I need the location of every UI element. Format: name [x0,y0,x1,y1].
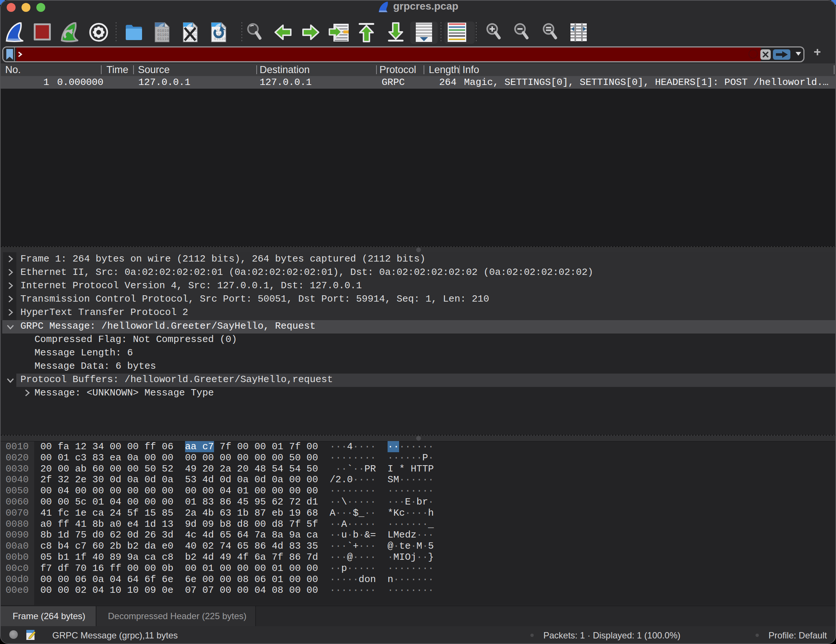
svg-text:01110: 01110 [157,37,169,41]
